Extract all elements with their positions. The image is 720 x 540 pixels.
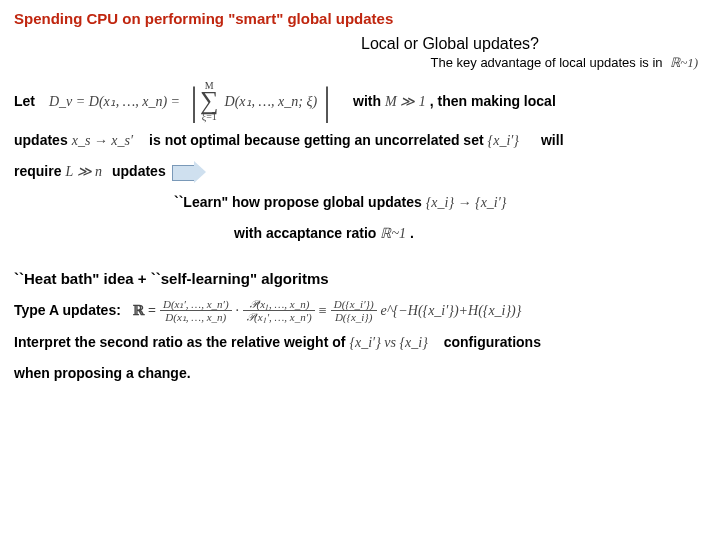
arrow-icon <box>172 161 206 183</box>
word-with: with <box>353 89 381 114</box>
line-learn: ``Learn" how propose global updates {x_i… <box>174 190 706 215</box>
frac-1-den: D(x₁, …, x_n) <box>162 311 229 324</box>
heatbath-text: ``Heat bath" idea + ``self-learning" alg… <box>14 265 329 292</box>
line-updates-not-optimal: updates x_s → x_s′ is not optimal becaus… <box>14 128 706 153</box>
exp-term: e^{−H({x_i′})+H({x_i})} <box>377 298 526 323</box>
type-a-label: Type A updates: <box>14 298 121 323</box>
interpret-b: configurations <box>444 330 541 355</box>
word-require: require <box>14 159 61 184</box>
xi-map: {x_i} → {x_i′} <box>422 190 511 215</box>
abs-open: | <box>190 85 198 117</box>
section-heading: Local or Global updates? <box>194 35 706 53</box>
text-not-optimal: is not optimal because getting an uncorr… <box>149 128 484 153</box>
line-require: require L ≫ n updates <box>14 159 706 184</box>
learn-text: ``Learn" how propose global updates <box>174 190 422 215</box>
acceptance-dot: . <box>410 221 414 246</box>
key-advantage-text: The key advantage of local updates is in <box>431 55 667 70</box>
sum-icon: M ∑ ξ=1 <box>200 81 219 122</box>
line-last: when proposing a change. <box>14 361 706 386</box>
line-heatbath: ``Heat bath" idea + ``self-learning" alg… <box>14 265 706 292</box>
m-gg-1: M ≫ 1 <box>381 89 430 114</box>
sum-lower: ξ=1 <box>202 112 217 122</box>
dot-1: · <box>232 298 244 323</box>
line-interpret: Interpret the second ratio as the relati… <box>14 330 706 355</box>
key-advantage-math: ℝ~1) <box>666 55 702 70</box>
interpret-math: {x_i′} vs {x_i} <box>345 330 431 355</box>
slide-title: Spending CPU on performing "smart" globa… <box>14 10 706 27</box>
word-updates: updates <box>14 128 68 153</box>
equiv: ≡ <box>315 298 331 323</box>
last-text: when proposing a change. <box>14 361 191 386</box>
word-will: will <box>541 128 564 153</box>
word-let: Let <box>14 89 35 114</box>
r-equals: ℝ = <box>129 298 160 323</box>
word-updates-2: updates <box>112 159 166 184</box>
dv-rhs: | M ∑ ξ=1 D(x₁, …, x_n; ξ) | <box>190 81 331 122</box>
dv-lhs: D_v = D(x₁, …, x_n) = <box>45 89 184 114</box>
frac-2-num: 𝒫(x₁, …, x_n) <box>246 298 313 311</box>
line-acceptance: with accaptance ratio ℝ~1 . <box>234 221 706 246</box>
frac-2-den: 𝒫(x₁′, …, x_n′) <box>243 311 315 324</box>
frac-3-num: D({x_i′}) <box>331 298 377 311</box>
tail-then-making-local: , then making local <box>430 89 556 114</box>
line-let: Let D_v = D(x₁, …, x_n) = | M ∑ ξ=1 D(x₁… <box>14 81 706 122</box>
l-gg-n: L ≫ n <box>61 159 106 184</box>
acceptance-text: with accaptance ratio <box>234 221 376 246</box>
set-xiprime: {x_i′} <box>484 128 523 153</box>
abs-close: | <box>323 85 331 117</box>
frac-1: D(x₁′, …, x_n′) D(x₁, …, x_n) <box>160 298 232 324</box>
sum-body: D(x₁, …, x_n; ξ) <box>221 89 321 114</box>
interpret-a: Interpret the second ratio as the relati… <box>14 330 345 355</box>
frac-1-num: D(x₁′, …, x_n′) <box>160 298 232 311</box>
frac-2: 𝒫(x₁, …, x_n) 𝒫(x₁′, …, x_n′) <box>243 298 315 324</box>
line-type-a: Type A updates: ℝ = D(x₁′, …, x_n′) D(x₁… <box>14 298 706 324</box>
frac-3-den: D({x_i}) <box>332 311 376 324</box>
acceptance-math: ℝ~1 <box>376 221 410 246</box>
xs-to-xsprime: x_s → x_s′ <box>68 128 137 153</box>
key-advantage-line: The key advantage of local updates is in… <box>14 55 702 71</box>
frac-3: D({x_i′}) D({x_i}) <box>331 298 377 324</box>
sigma-icon: ∑ <box>200 91 219 112</box>
